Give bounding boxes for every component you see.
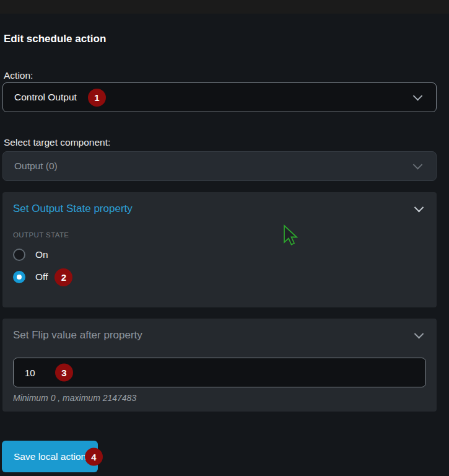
flip-value-input[interactable] [13, 358, 426, 387]
chevron-down-icon [414, 328, 424, 338]
target-component-dropdown[interactable]: Output (0) [2, 151, 437, 181]
output-state-section-title: Set Output State property [13, 202, 133, 216]
radio-on-label: On [35, 249, 48, 260]
flip-value-hint: Minimum 0 , maximum 2147483 [13, 393, 426, 403]
flip-value-section-header[interactable]: Set Flip value after property [13, 328, 426, 342]
save-local-action-button[interactable]: Save local action 4 [2, 441, 98, 472]
annotation-badge-1: 1 [88, 89, 106, 107]
output-state-section: Set Output State property OUTPUT STATE O… [2, 192, 437, 307]
annotation-badge-3: 3 [55, 364, 73, 382]
annotation-badge-4: 4 [85, 447, 103, 465]
action-dropdown[interactable]: Control Output 1 [2, 82, 437, 112]
chevron-down-icon [414, 202, 424, 212]
chevron-down-icon [413, 160, 423, 170]
output-state-section-header[interactable]: Set Output State property [13, 202, 426, 216]
form-content: Edit schedule action Action: Control Out… [2, 14, 437, 472]
target-component-value: Output (0) [14, 161, 58, 172]
action-dropdown-value: Control Output [14, 92, 77, 103]
radio-off-label: Off [35, 271, 48, 283]
radio-selected-icon [13, 271, 25, 283]
radio-unselected-icon [13, 249, 25, 261]
top-bar [0, 0, 449, 14]
radio-option-off[interactable]: Off 2 [13, 270, 426, 284]
edit-schedule-action-screen: Edit schedule action Action: Control Out… [0, 0, 449, 476]
annotation-badge-2: 2 [54, 268, 72, 286]
action-label: Action: [4, 70, 437, 81]
page-title: Edit schedule action [4, 33, 437, 45]
flip-value-input-wrap: 3 [13, 358, 426, 387]
flip-value-section-title: Set Flip value after property [13, 328, 142, 342]
target-component-label: Select target component: [4, 137, 437, 148]
flip-value-section: Set Flip value after property 3 Minimum … [2, 319, 437, 412]
output-state-group-label: OUTPUT STATE [13, 231, 426, 239]
radio-option-on[interactable]: On [13, 248, 426, 262]
chevron-down-icon [413, 91, 423, 101]
save-button-label: Save local action [14, 451, 86, 462]
